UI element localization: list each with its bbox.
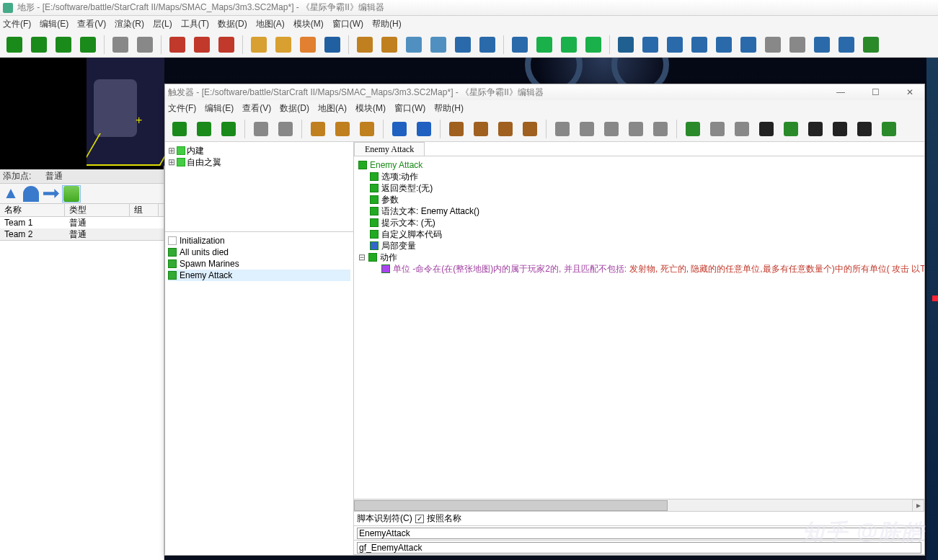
toolbar-button[interactable]	[428, 35, 448, 55]
trigger-detail[interactable]: Enemy Attack 选项:动作 返回类型:(无) 参数 语法文本: Ene…	[354, 156, 924, 499]
menu-item[interactable]: 文件(F)	[3, 18, 31, 30]
point-tool-3[interactable]	[42, 185, 61, 203]
toolbar-button[interactable]	[812, 35, 832, 55]
toolbar-button[interactable]	[781, 119, 801, 139]
toolbar-button[interactable]	[251, 119, 271, 139]
toolbar-button[interactable]	[192, 35, 212, 55]
toolbar-button[interactable]	[298, 35, 318, 55]
table-row[interactable]: Team 1普通	[0, 217, 164, 228]
toolbar-button[interactable]	[4, 35, 25, 55]
list-item[interactable]: All units died	[168, 246, 350, 258]
tree-node[interactable]: ⊞内建	[168, 145, 350, 156]
toolbar-button[interactable]	[763, 35, 783, 55]
menu-item[interactable]: 模块(M)	[355, 102, 386, 115]
toolbar-button[interactable]	[534, 35, 554, 55]
menu-item[interactable]: 地图(A)	[256, 18, 285, 30]
toolbar-button[interactable]	[446, 119, 466, 139]
toolbar-button[interactable]	[322, 35, 342, 55]
toolbar-button[interactable]	[194, 119, 214, 139]
menu-item[interactable]: 文件(F)	[168, 102, 196, 115]
toolbar-button[interactable]	[389, 119, 410, 139]
toolbar-button[interactable]	[738, 35, 758, 55]
toolbar-button[interactable]	[520, 119, 540, 139]
scrollbar-thumb[interactable]	[354, 500, 668, 511]
library-tree[interactable]: ⊞内建⊞自由之翼	[165, 142, 353, 232]
toolbar-button[interactable]	[414, 119, 434, 139]
menu-item[interactable]: 渲染(R)	[115, 18, 144, 30]
toolbar-button[interactable]	[626, 119, 646, 139]
menu-item[interactable]: 层(L)	[153, 18, 172, 30]
detail-local-var[interactable]: 局部变量	[381, 240, 416, 252]
maximize-button[interactable]: ☐	[864, 87, 887, 97]
toolbar-button[interactable]	[732, 119, 752, 139]
toolbar-button[interactable]	[756, 119, 776, 139]
list-item[interactable]: Initialization	[168, 235, 350, 246]
toolbar-button[interactable]	[879, 119, 899, 139]
detail-hint[interactable]: 提示文本: (无)	[381, 217, 435, 228]
toolbar-button[interactable]	[218, 119, 239, 139]
toolbar-button[interactable]	[601, 119, 621, 139]
toolbar-button[interactable]	[583, 35, 603, 55]
toolbar-button[interactable]	[707, 119, 727, 139]
toolbar-button[interactable]	[861, 35, 881, 55]
toolbar-button[interactable]	[689, 35, 709, 55]
detail-custom[interactable]: 自定义脚本代码	[381, 228, 442, 240]
detail-actions[interactable]: 动作	[380, 252, 397, 263]
toolbar-button[interactable]	[552, 119, 572, 139]
toolbar-button[interactable]	[275, 119, 296, 139]
menu-item[interactable]: 帮助(H)	[434, 102, 464, 115]
toolbar-button[interactable]	[167, 35, 187, 55]
menu-item[interactable]: 数据(D)	[218, 18, 247, 30]
toolbar-button[interactable]	[78, 35, 98, 55]
toolbar-button[interactable]	[640, 35, 660, 55]
toolbar-button[interactable]	[332, 119, 353, 139]
menu-item[interactable]: 编辑(E)	[40, 18, 68, 30]
point-tool-2[interactable]	[22, 185, 40, 203]
toolbar-button[interactable]	[357, 119, 377, 139]
toolbar-button[interactable]	[110, 35, 130, 55]
trigger-title-bar[interactable]: 触发器 - [E:/software/battle/StarCraft II/M…	[165, 84, 924, 100]
toolbar-button[interactable]	[830, 119, 850, 139]
menu-item[interactable]: 地图(A)	[318, 102, 347, 115]
scroll-right-arrow[interactable]: ▸	[912, 499, 924, 512]
toolbar-button[interactable]	[805, 119, 826, 139]
detail-params[interactable]: 参数	[381, 194, 399, 205]
tree-node[interactable]: ⊞自由之翼	[168, 156, 350, 168]
menu-item[interactable]: 编辑(E)	[205, 102, 234, 115]
menu-item[interactable]: 窗口(W)	[394, 102, 425, 115]
toolbar-button[interactable]	[714, 35, 734, 55]
tab-enemy-attack[interactable]: Enemy Attack	[354, 142, 425, 156]
toolbar-button[interactable]	[471, 119, 491, 139]
toolbar-button[interactable]	[379, 35, 399, 55]
detail-grammar[interactable]: 语法文本: Enemy Attack()	[381, 205, 479, 217]
menu-item[interactable]: 工具(T)	[181, 18, 209, 30]
toolbar-button[interactable]	[249, 35, 269, 55]
col-group[interactable]: 组	[130, 204, 159, 216]
gf-name-input[interactable]: gf_EnemyAttack	[357, 542, 921, 554]
menu-item[interactable]: 数据(D)	[280, 102, 309, 115]
menu-item[interactable]: 模块(M)	[293, 18, 324, 30]
toolbar-button[interactable]	[787, 35, 808, 55]
toolbar-button[interactable]	[665, 35, 685, 55]
toolbar-button[interactable]	[510, 35, 530, 55]
point-tool-4[interactable]	[62, 185, 81, 203]
col-type[interactable]: 类型	[65, 204, 130, 216]
toolbar-button[interactable]	[355, 35, 375, 55]
script-id-input[interactable]: EnemyAttack	[357, 528, 921, 539]
toolbar-button[interactable]	[616, 35, 636, 55]
trigger-list[interactable]: InitializationAll units diedSpawn Marine…	[165, 232, 353, 555]
point-tool-1[interactable]	[1, 185, 20, 203]
close-button[interactable]: ✕	[898, 87, 921, 97]
toolbar-button[interactable]	[650, 119, 671, 139]
col-name[interactable]: 名称	[0, 204, 65, 216]
toolbar-button[interactable]	[559, 35, 579, 55]
list-item[interactable]: Spawn Marines	[168, 258, 350, 270]
toolbar-button[interactable]	[404, 35, 424, 55]
h-scrollbar[interactable]: ▸	[354, 499, 924, 511]
toolbar-button[interactable]	[836, 35, 857, 55]
toolbar-button[interactable]	[453, 35, 473, 55]
detail-options[interactable]: 选项:动作	[381, 171, 418, 182]
menu-item[interactable]: 查看(V)	[242, 102, 271, 115]
byname-checkbox[interactable]: ✓	[415, 515, 424, 523]
detail-return[interactable]: 返回类型:(无)	[381, 182, 433, 194]
